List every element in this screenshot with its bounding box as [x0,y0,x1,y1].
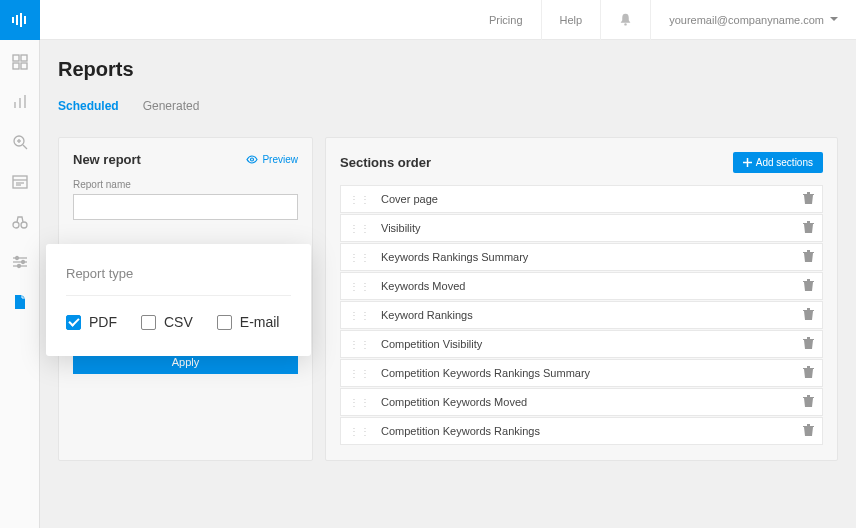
section-label: Visibility [381,222,421,234]
section-label: Cover page [381,193,438,205]
delete-section-button[interactable] [803,395,814,409]
csv-label: CSV [164,314,193,330]
preview-button[interactable]: Preview [246,154,298,165]
svg-point-26 [17,265,20,268]
section-label: Competition Visibility [381,338,482,350]
browser-icon [12,174,28,190]
tabs: Scheduled Generated [58,99,838,119]
drag-handle-icon[interactable]: ⋮⋮ [349,310,371,321]
popup-divider [66,295,291,296]
sliders-icon [12,254,28,270]
nav-reports[interactable] [10,292,30,312]
sidebar-nav [0,40,39,312]
svg-rect-15 [13,176,27,188]
drag-handle-icon[interactable]: ⋮⋮ [349,281,371,292]
chevron-down-icon [830,17,838,22]
eye-icon [246,155,258,164]
add-sections-button[interactable]: Add sections [733,152,823,173]
section-row[interactable]: ⋮⋮Competition Keywords Rankings [340,417,823,445]
svg-rect-3 [24,16,26,24]
delete-section-button[interactable] [803,366,814,380]
report-name-input[interactable] [73,194,298,220]
checkbox-email[interactable] [217,315,232,330]
preview-label: Preview [262,154,298,165]
tab-scheduled[interactable]: Scheduled [58,99,119,119]
trash-icon [803,424,814,436]
svg-rect-4 [13,55,19,61]
trash-icon [803,250,814,262]
section-label: Competition Keywords Moved [381,396,527,408]
topbar-pricing[interactable]: Pricing [471,0,541,40]
search-zoom-icon [12,134,28,150]
report-name-label: Report name [73,179,298,190]
topbar-user-menu[interactable]: youremail@companyname.com [650,0,856,40]
nav-links[interactable] [10,212,30,232]
drag-handle-icon[interactable]: ⋮⋮ [349,368,371,379]
section-row[interactable]: ⋮⋮Keyword Rankings [340,301,823,329]
checkbox-pdf[interactable] [66,315,81,330]
delete-section-button[interactable] [803,337,814,351]
topbar: Pricing Help youremail@companyname.com [40,0,856,40]
topbar-help[interactable]: Help [541,0,601,40]
delete-section-button[interactable] [803,308,814,322]
trash-icon [803,308,814,320]
sidebar [0,0,40,528]
nav-settings[interactable] [10,252,30,272]
tab-generated[interactable]: Generated [143,99,200,119]
delete-section-button[interactable] [803,424,814,438]
brand-bars-icon [11,13,29,27]
trash-icon [803,337,814,349]
nav-analytics[interactable] [10,92,30,112]
email-label: E-mail [240,314,280,330]
add-sections-label: Add sections [756,157,813,168]
drag-handle-icon[interactable]: ⋮⋮ [349,426,371,437]
option-csv[interactable]: CSV [141,314,193,330]
drag-handle-icon[interactable]: ⋮⋮ [349,339,371,350]
checkbox-csv[interactable] [141,315,156,330]
section-row[interactable]: ⋮⋮Competition Keywords Moved [340,388,823,416]
option-pdf[interactable]: PDF [66,314,117,330]
svg-rect-0 [12,17,14,23]
delete-section-button[interactable] [803,250,814,264]
delete-section-button[interactable] [803,192,814,206]
section-label: Competition Keywords Rankings [381,425,540,437]
trash-icon [803,221,814,233]
delete-section-button[interactable] [803,221,814,235]
nav-dashboard[interactable] [10,52,30,72]
option-email[interactable]: E-mail [217,314,280,330]
drag-handle-icon[interactable]: ⋮⋮ [349,223,371,234]
section-row[interactable]: ⋮⋮Keywords Moved [340,272,823,300]
brand-logo[interactable] [0,0,40,40]
sections-panel: Sections order Add sections ⋮⋮Cover page… [325,137,838,461]
sections-header: Sections order Add sections [340,152,823,173]
help-label: Help [560,14,583,26]
document-icon [12,294,28,310]
page-title: Reports [58,58,838,81]
svg-point-22 [15,257,18,260]
svg-rect-5 [21,55,27,61]
section-row[interactable]: ⋮⋮Competition Visibility [340,330,823,358]
new-report-title: New report [73,152,141,167]
trash-icon [803,395,814,407]
svg-point-19 [13,222,19,228]
section-label: Keywords Moved [381,280,465,292]
grid-icon [12,54,28,70]
section-row[interactable]: ⋮⋮Competition Keywords Rankings Summary [340,359,823,387]
drag-handle-icon[interactable]: ⋮⋮ [349,397,371,408]
svg-line-12 [23,145,27,149]
section-row[interactable]: ⋮⋮Visibility [340,214,823,242]
svg-rect-6 [13,63,19,69]
drag-handle-icon[interactable]: ⋮⋮ [349,252,371,263]
topbar-notifications[interactable] [600,0,650,40]
delete-section-button[interactable] [803,279,814,293]
drag-handle-icon[interactable]: ⋮⋮ [349,194,371,205]
section-row[interactable]: ⋮⋮Cover page [340,185,823,213]
section-row[interactable]: ⋮⋮Keywords Rankings Summary [340,243,823,271]
svg-rect-1 [16,15,18,25]
trash-icon [803,192,814,204]
plus-icon [743,158,752,167]
svg-rect-7 [21,63,27,69]
nav-pages[interactable] [10,172,30,192]
nav-search[interactable] [10,132,30,152]
section-label: Competition Keywords Rankings Summary [381,367,590,379]
